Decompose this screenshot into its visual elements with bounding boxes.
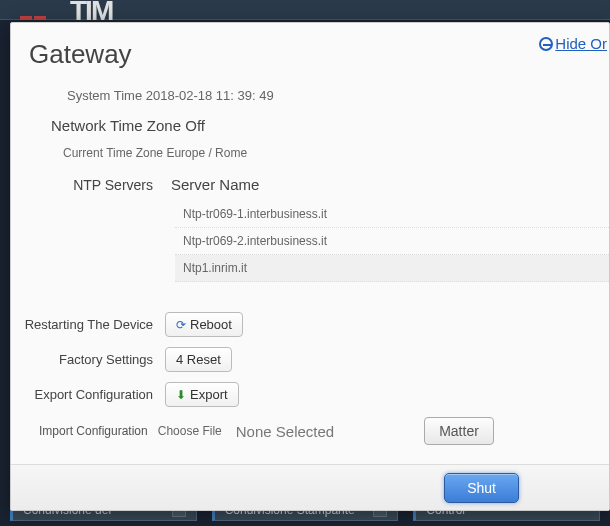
system-time-row: System Time 2018-02-18 11: 39: 49 xyxy=(67,88,609,103)
reboot-button-label: Reboot xyxy=(190,317,232,332)
matter-button[interactable]: Matter xyxy=(424,417,494,445)
ntp-server-row: Ntp-tr069-2.interbusiness.it xyxy=(175,228,609,255)
current-timezone-value: Europe / Rome xyxy=(166,146,247,160)
refresh-icon: ⟳ xyxy=(176,318,186,332)
file-selection-status: None Selected xyxy=(236,423,334,440)
export-button-label: Export xyxy=(190,387,228,402)
matter-button-label: Matter xyxy=(439,423,479,439)
gateway-modal: Hide Or Gateway System Time 2018-02-18 1… xyxy=(10,22,610,511)
reset-button[interactable]: 4 Reset xyxy=(165,347,232,372)
bg-header: TIM xyxy=(0,0,610,20)
current-timezone-row: Current Time Zone Europe / Rome xyxy=(63,146,609,160)
restart-label: Restarting The Device xyxy=(11,317,165,332)
import-row: Import Configuration Choose File None Se… xyxy=(39,417,609,445)
network-timezone-row: Network Time Zone Off xyxy=(51,117,609,134)
choose-file-button[interactable]: Choose File xyxy=(158,424,222,438)
import-config-label: Import Configuration xyxy=(39,424,148,438)
reset-button-label: 4 Reset xyxy=(176,352,221,367)
system-time-value: 2018-02-18 11: 39: 49 xyxy=(146,88,274,103)
factory-row: Factory Settings 4 Reset xyxy=(11,347,609,372)
modal-footer: Shut xyxy=(11,464,609,510)
download-icon: ⬇ xyxy=(176,388,186,402)
current-timezone-label: Current Time Zone xyxy=(63,146,163,160)
system-time-label: System Time xyxy=(67,88,142,103)
ntp-servers-header: NTP Servers Server Name xyxy=(11,176,609,193)
shut-button[interactable]: Shut xyxy=(444,473,519,503)
ntp-servers-label: NTP Servers xyxy=(11,177,171,193)
hide-link-label: Hide Or xyxy=(555,35,607,52)
minus-circle-icon xyxy=(539,37,553,51)
export-config-label: Export Configuration xyxy=(11,387,165,402)
export-row: Export Configuration ⬇ Export xyxy=(11,382,609,407)
modal-title: Gateway xyxy=(11,23,609,88)
ntp-server-row: Ntp-tr069-1.interbusiness.it xyxy=(175,201,609,228)
hide-link[interactable]: Hide Or xyxy=(539,35,607,52)
restart-row: Restarting The Device ⟳ Reboot xyxy=(11,312,609,337)
export-button[interactable]: ⬇ Export xyxy=(165,382,239,407)
factory-label: Factory Settings xyxy=(11,352,165,367)
server-name-col-header: Server Name xyxy=(171,176,259,193)
shut-button-label: Shut xyxy=(467,480,496,496)
ntp-server-row: Ntp1.inrim.it xyxy=(175,255,609,282)
reboot-button[interactable]: ⟳ Reboot xyxy=(165,312,243,337)
